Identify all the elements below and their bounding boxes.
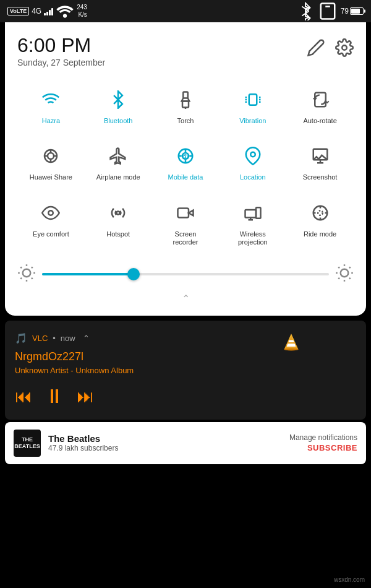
bar3 [49,10,51,15]
battery-container: 79 [341,7,364,15]
date-display: Sunday, 27 September [17,58,105,67]
svg-line-44 [20,267,22,268]
vlc-track-name: NrgmdOz227l [15,350,282,363]
airplane-label: Airplane mode [96,173,140,181]
svg-point-25 [250,152,255,157]
svg-point-0 [63,14,67,17]
screen-recorder-tile-icon [172,199,199,227]
subscribe-button[interactable]: SUBSCRIBE [289,443,357,452]
tile-bluetooth[interactable]: Bluetooth [85,80,152,131]
vlc-app-icon: 🎵 [15,332,27,344]
vlc-app-name: VLC [32,334,48,343]
huawei-share-label: Huawei Share [30,173,72,181]
screenshot-label: Screenshot [303,173,338,181]
time-display: 6:00 PM [17,35,105,56]
vlc-controls: ⏮ ⏸ ⏭ [15,385,282,408]
beatles-logo: THEBEATLES [14,430,41,457]
tile-huawei-share[interactable]: Huawei Share [17,136,85,188]
battery-fill [351,9,360,14]
tile-torch[interactable]: Torch [152,80,220,131]
header-icons [307,38,354,60]
svg-marker-60 [287,344,296,347]
svg-line-53 [338,267,339,268]
status-left: VoLTE 4G 243 K/s [7,2,87,20]
collapse-handle[interactable]: ⌃ [17,290,354,306]
slider-fill [42,273,134,275]
tile-hotspot[interactable]: Hotspot [85,193,152,253]
brightness-low-icon [17,264,36,285]
eye-comfort-tile-icon [37,199,64,227]
vibration-tile-icon [239,86,267,113]
vlc-next-button[interactable]: ⏭ [77,386,94,407]
svg-rect-30 [177,208,189,217]
location-label: Location [240,173,266,181]
tile-screenshot[interactable]: Screenshot [286,136,354,188]
svg-rect-15 [315,93,326,107]
screenshot-tile-icon [307,142,334,170]
battery-percentage: 79 [341,7,349,15]
hotspot-label: Hotspot [106,230,130,238]
bar4 [51,8,53,15]
location-tile-icon [239,142,267,170]
brightness-slider[interactable] [42,273,329,275]
panel-header: 6:00 PM Sunday, 27 September [17,35,354,67]
svg-text:①: ① [182,153,188,160]
svg-rect-5 [183,92,188,98]
tile-location[interactable]: Location [219,136,286,188]
settings-button[interactable] [335,38,354,60]
volte-badge: VoLTE [7,7,29,15]
beatles-left: THEBEATLES The Beatles 47.9 lakh subscri… [14,430,118,457]
manage-notifications-text: Manage notifications [289,433,357,442]
svg-point-28 [49,210,54,215]
vlc-artist: Unknown Artist - Unknown Album [15,366,282,375]
bluetooth-label: Bluetooth [104,117,132,125]
tile-auto-rotate[interactable]: Auto-rotate [286,80,354,131]
wireless-projection-label: Wireless projection [238,230,268,246]
vlc-prev-button[interactable]: ⏮ [15,386,32,407]
tile-screen-recorder[interactable]: Screen recorder [152,193,220,253]
tile-eye-comfort[interactable]: Eye comfort [17,193,85,253]
edit-button[interactable] [307,38,325,60]
beatles-text: The Beatles 47.9 lakh subscribers [48,433,118,452]
svg-point-50 [341,269,349,277]
brightness-high-icon [335,264,354,285]
watermark: wsxdn.com [334,576,365,583]
vlc-expand-icon: ⌃ [83,334,90,343]
screen-recorder-label: Screen recorder [173,230,198,246]
beatles-channel-name: The Beatles [48,433,118,444]
tile-ride-mode[interactable]: Ride mode [286,193,354,253]
tile-airplane-mode[interactable]: Airplane mode [85,136,152,188]
svg-line-45 [32,278,33,279]
eye-comfort-label: Eye comfort [33,230,69,238]
brightness-row [17,257,354,290]
svg-point-17 [48,153,54,159]
torch-label: Torch [177,117,194,125]
svg-line-57 [338,278,339,279]
tiles-grid-row2: Huawei Share Airplane mode ① Mobile data [17,136,354,188]
notification-panel: 6:00 PM Sunday, 27 September [5,22,366,316]
hotspot-tile-icon [104,199,132,227]
svg-point-62 [284,348,298,351]
mobile-data-label: Mobile data [168,173,203,181]
vlc-pause-button[interactable]: ⏸ [45,385,64,408]
signal-bars [44,7,53,15]
svg-rect-31 [245,210,256,218]
svg-line-49 [32,267,33,268]
tile-wireless-projection[interactable]: Wireless projection [219,193,286,253]
svg-marker-61 [288,340,294,342]
beatles-right: Manage notifications SUBSCRIBE [289,433,357,452]
slider-thumb[interactable] [127,268,140,280]
svg-rect-8 [249,94,257,105]
4g-indicator: 4G [32,7,41,15]
tile-vibration[interactable]: Vibration [219,80,286,131]
auto-rotate-tile-icon [307,86,334,113]
auto-rotate-label: Auto-rotate [303,117,336,125]
svg-point-3 [342,45,347,50]
tiles-grid-row1: Hazra Bluetooth Torch [17,80,354,131]
tile-mobile-data[interactable]: ① Mobile data [152,136,220,188]
phone-frame-icon [318,2,337,20]
wifi-tile-icon [37,86,64,113]
beatles-subscribers: 47.9 lakh subscribers [48,444,118,452]
tile-hazra[interactable]: Hazra [17,80,85,131]
vlc-cone-svg [282,333,301,352]
